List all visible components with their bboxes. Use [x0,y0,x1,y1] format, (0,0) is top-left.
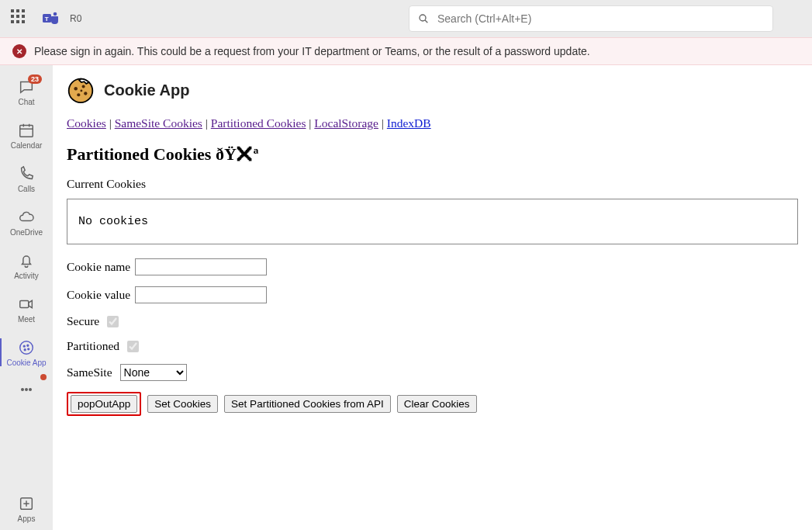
button-row: popOutApp Set Cookies Set Partitioned Co… [67,392,798,416]
cookie-name-field: Cookie name [67,258,798,275]
error-icon [12,44,26,58]
svg-rect-9 [20,300,29,307]
banner-text: Please sign in again. This could be a re… [34,45,590,57]
partitioned-field: Partitioned [67,339,798,353]
sidebar-item-meet[interactable]: Meet [0,287,53,331]
svg-point-26 [80,89,82,92]
sidebar-label: Chat [18,98,34,106]
calendar-icon [18,122,35,139]
sidebar-label: Activity [14,272,39,280]
sidebar-label: Apps [18,514,36,523]
samesite-field: SameSite None [67,364,798,381]
partitioned-checkbox[interactable] [127,341,139,352]
secure-label: Secure [67,314,99,328]
app-header: Cookie App [53,65,812,109]
top-bar: T R0 [0,0,812,37]
sidebar-item-calls[interactable]: Calls [0,157,53,200]
svg-point-15 [22,389,24,391]
svg-point-11 [23,345,25,347]
secure-field: Secure [67,314,798,328]
bell-icon [18,252,35,269]
link-cookies[interactable]: Cookies [67,116,106,130]
sidebar-label: Cookie App [6,359,46,367]
cookie-app-logo-icon [67,76,95,104]
cookie-name-label: Cookie name [67,260,130,274]
nav-links: Cookies | SameSite Cookies | Partitioned… [67,116,798,130]
svg-point-22 [74,87,78,91]
svg-line-4 [425,20,427,23]
link-localstorage[interactable]: LocalStorage [314,116,378,130]
org-label: R0 [70,13,81,24]
svg-rect-5 [20,125,33,137]
sidebar-item-activity[interactable]: Activity [0,244,53,287]
sidebar-item-chat[interactable]: 23 Chat [0,70,53,113]
search-input[interactable] [437,12,765,25]
signin-banner: Please sign in again. This could be a re… [0,37,812,65]
notification-dot [40,374,47,380]
sidebar-label: Calendar [11,141,43,150]
svg-point-13 [24,348,26,350]
samesite-select[interactable]: None [120,364,187,381]
chat-badge: 23 [28,74,42,85]
search-container [409,5,773,32]
sidebar-label: Meet [18,315,35,324]
sidebar-item-onedrive[interactable]: OneDrive [0,200,53,244]
svg-point-17 [29,389,32,391]
svg-point-3 [420,15,426,21]
apps-icon [18,495,35,512]
partitioned-label: Partitioned [67,339,119,353]
page-heading: Partitioned Cookies ðŸ🞪ª [67,144,798,165]
search-box[interactable] [409,5,773,32]
cookies-display-box: No cookies [67,199,798,244]
samesite-label: SameSite [67,365,112,379]
cookie-name-input[interactable] [135,258,267,275]
sidebar-item-apps[interactable]: Apps [0,487,53,530]
link-partitioned[interactable]: Partitioned Cookies [211,116,306,130]
sidebar-item-more[interactable] [0,374,53,405]
phone-icon [18,165,35,182]
popout-button[interactable]: popOutApp [71,395,137,413]
sidebar-label: OneDrive [10,228,43,237]
current-cookies-label: Current Cookies [67,177,798,191]
sidebar-item-calendar[interactable]: Calendar [0,113,53,157]
search-icon [417,12,430,25]
svg-point-10 [20,341,33,354]
svg-point-12 [27,345,29,346]
video-icon [18,296,35,313]
app-title: Cookie App [104,81,189,99]
cookie-icon [18,339,35,356]
link-indexdb[interactable]: IndexDB [387,116,431,130]
app-launcher-icon[interactable] [11,9,29,28]
svg-point-14 [28,348,29,349]
sidebar-label: Calls [18,185,35,193]
secure-checkbox[interactable] [107,316,119,327]
set-cookies-button[interactable]: Set Cookies [147,395,218,413]
svg-point-16 [26,389,28,391]
app-sidebar: 23 Chat Calendar Calls OneDrive Activity… [0,65,53,530]
svg-point-1 [54,12,57,16]
link-samesite[interactable]: SameSite Cookies [115,116,202,130]
teams-logo-icon: T [42,9,60,28]
svg-point-23 [82,85,85,88]
svg-point-25 [84,92,87,95]
cookie-value-field: Cookie value [67,286,798,303]
sidebar-item-cookie-app[interactable]: Cookie App [0,331,53,374]
set-partitioned-api-button[interactable]: Set Partitioned Cookies from API [224,395,391,413]
svg-text:T: T [45,16,49,23]
cookie-value-label: Cookie value [67,288,130,302]
main-content: Cookie App Cookies | SameSite Cookies | … [53,65,812,530]
clear-cookies-button[interactable]: Clear Cookies [397,395,477,413]
cloud-icon [18,209,35,226]
svg-point-24 [77,93,80,96]
cookie-value-input[interactable] [135,286,267,303]
highlight-annotation: popOutApp [67,392,141,416]
more-icon [19,382,34,397]
